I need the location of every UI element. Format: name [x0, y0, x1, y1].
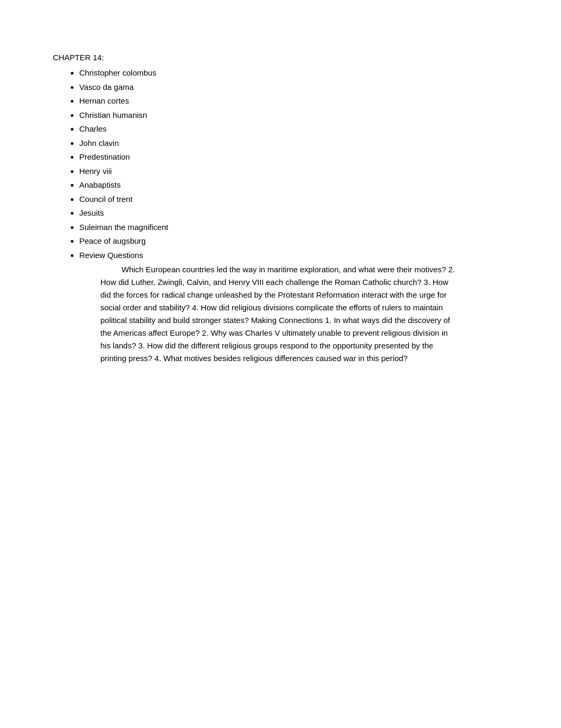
list-item: Hernan cortes [79, 95, 460, 107]
list-item: Jesuits [79, 207, 460, 219]
list-item: Christopher colombus [79, 67, 460, 79]
list-item: Vasco da gama [79, 81, 460, 94]
list-item: Council of trent [79, 193, 460, 206]
list-item: Peace of augsburg [79, 235, 460, 247]
list-item: Suleiman the magnificent [79, 222, 460, 234]
list-item: Anabaptists [79, 179, 460, 191]
list-item: Predestination [79, 151, 460, 163]
chapter-title: CHAPTER 14: [53, 53, 460, 62]
list-item: Charles [79, 123, 460, 135]
list-item: Review Questions [79, 250, 460, 262]
list-item: Christian humanisn [79, 109, 460, 122]
chapter-list: Christopher colombusVasco da gamaHernan … [53, 67, 460, 261]
review-questions-body: Which European countries led the way in … [53, 263, 460, 365]
page-content: CHAPTER 14: Christopher colombusVasco da… [0, 0, 502, 407]
list-item: Henry viii [79, 165, 460, 178]
list-item: John clavin [79, 137, 460, 150]
